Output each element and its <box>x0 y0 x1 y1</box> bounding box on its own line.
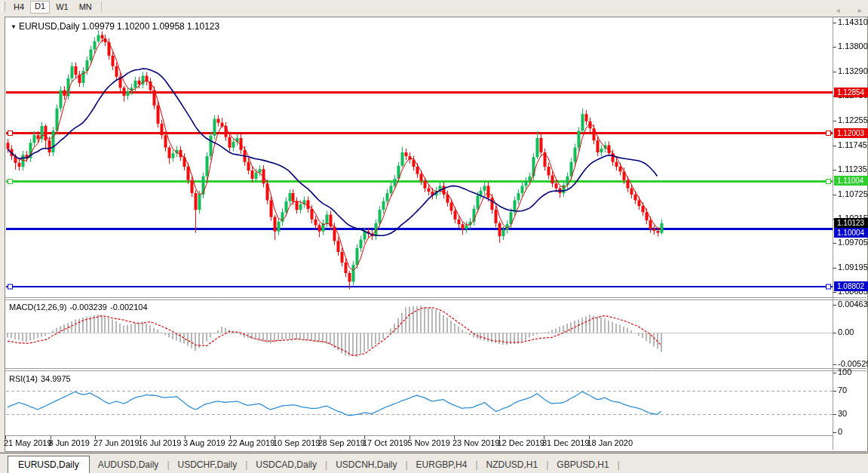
tab-scroll-arrows: ◄ ► <box>821 7 863 14</box>
price-badge: 1.12003 <box>834 128 868 138</box>
tab-eurgbp[interactable]: EURGBP,H4 <box>408 456 476 473</box>
price-axis-label: 1.11235 <box>838 164 867 174</box>
price-badge: 1.12854 <box>834 88 868 97</box>
rsi-axis-label: 30 <box>838 409 847 418</box>
time-axis-label: 22 Aug 2019 <box>229 438 275 447</box>
macd-axis-label: 0.00 <box>838 327 854 336</box>
tab-usdcnh[interactable]: USDCNH,Daily <box>327 456 405 473</box>
tab-usdcad[interactable]: USDCAD,Daily <box>247 456 325 473</box>
price-badge: 1.10123 <box>834 218 868 228</box>
tab-eurusd[interactable]: EURUSD,Daily <box>8 456 90 473</box>
chevron-down-icon: ▼ <box>11 23 17 30</box>
ohlc-high: 1.10200 <box>117 21 149 32</box>
price-badge: 1.11004 <box>834 176 868 186</box>
price-axis-label: 1.12255 <box>838 115 868 124</box>
price-axis-label: 1.09705 <box>838 238 868 247</box>
rsi-axis-label: 70 <box>838 385 847 395</box>
rsi-name: RSI(14) <box>9 374 38 383</box>
time-axis-label: 17 Oct 2019 <box>363 438 408 447</box>
time-axis-label: 8 Jun 2019 <box>49 438 90 447</box>
macd-value-main: -0.003239 <box>69 303 107 312</box>
time-axis-label: 16 Jul 2019 <box>139 438 182 447</box>
rsi-axis-label: 0 <box>838 427 842 436</box>
macd-name: MACD(12,26,9) <box>9 303 66 312</box>
price-axis-label: 1.10725 <box>838 189 868 198</box>
macd-value-signal: -0.002104 <box>110 303 148 312</box>
price-axis-label: 1.13800 <box>838 41 868 51</box>
time-axis-label: 27 Jun 2019 <box>94 438 140 447</box>
time-axis-label: 3 Aug 2019 <box>183 438 225 447</box>
rsi-axis-label: 100 <box>838 367 851 376</box>
ohlc-open: 1.09979 <box>82 21 115 32</box>
time-axis-label: 12 Dec 2019 <box>498 438 544 447</box>
time-axis-label: 18 Jan 2020 <box>587 438 633 447</box>
rsi-value: 34.9975 <box>41 374 71 383</box>
mt4-app: H4D1W1MN ▼EURUSD,Daily1.099791.102001.09… <box>0 0 868 473</box>
time-axis-label: 31 Dec 2019 <box>542 438 589 447</box>
tab-scroll-right-icon[interactable]: ► <box>857 7 863 14</box>
tab-separator: | <box>618 459 620 473</box>
tab-nzdusd[interactable]: NZDUSD,H1 <box>478 456 547 473</box>
ohlc-close: 1.10123 <box>187 21 219 32</box>
chart-symbol: EURUSD,Daily <box>19 21 80 32</box>
chart-tabs: EURUSD,DailyAUDUSD,Daily|USDCHF,Daily|US… <box>0 456 620 473</box>
ohlc-low: 1.09958 <box>152 21 184 32</box>
time-axis-label: 21 May 2019 <box>4 438 52 447</box>
price-axis-label: 1.11745 <box>838 140 867 149</box>
chart-tab-bar: EURUSD,DailyAUDUSD,Daily|USDCHF,Daily|US… <box>0 453 868 473</box>
tab-gbpusd[interactable]: GBPUSD,H1 <box>548 456 617 473</box>
time-axis-label: 28 Sep 2019 <box>318 438 365 447</box>
chart-title: ▼EURUSD,Daily1.099791.102001.099581.1012… <box>11 21 222 32</box>
price-badge: 1.08802 <box>834 281 868 291</box>
macd-label: MACD(12,26,9)-0.003239-0.002104 <box>9 303 151 312</box>
macd-axis-label: 0.00463 <box>838 299 868 309</box>
price-axis-label: 1.14310 <box>838 17 868 26</box>
tab-audusd[interactable]: AUDUSD,Daily <box>90 456 167 473</box>
price-axis-label: 1.13290 <box>838 66 868 75</box>
price-badge: 1.10004 <box>834 228 868 238</box>
price-axis-label: 1.09195 <box>838 263 868 272</box>
tab-usdchf[interactable]: USDCHF,Daily <box>170 456 246 473</box>
time-axis-label: 10 Sep 2019 <box>273 438 320 447</box>
price-chart-canvas[interactable] <box>0 0 868 473</box>
time-axis-label: 23 Nov 2019 <box>452 438 499 447</box>
rsi-label: RSI(14)34.9975 <box>9 374 74 383</box>
time-axis-label: 5 Nov 2019 <box>408 438 450 447</box>
tab-scroll-left-icon[interactable]: ◄ <box>835 7 842 14</box>
